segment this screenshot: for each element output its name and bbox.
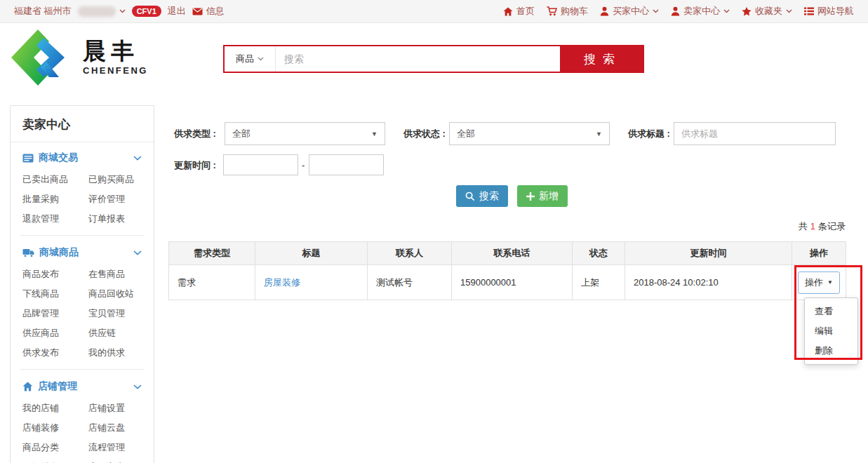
brand-text: 晨丰 CHENFENG — [83, 39, 148, 76]
sidebar-item-bulk-purchase[interactable]: 批量采购 — [22, 193, 88, 206]
sidebar-item-process-management[interactable]: 流程管理 — [88, 441, 142, 454]
sidebar-item-supply-chain[interactable]: 供应链 — [88, 327, 142, 340]
chevron-down-icon — [133, 384, 142, 389]
nav-favorites-label: 收藏夹 — [755, 5, 782, 18]
nav-seller-center-label: 卖家中心 — [683, 5, 720, 18]
column-header-status: 状态 — [573, 242, 625, 265]
sidebar-item-shop-decoration[interactable]: 店铺装修 — [22, 422, 88, 434]
nav-cart-label: 购物车 — [561, 5, 588, 18]
chevron-down-icon — [723, 9, 730, 13]
sidebar-item-goods-category[interactable]: 商品分类 — [22, 441, 88, 454]
sidebar-item-recycle-bin[interactable]: 商品回收站 — [88, 288, 142, 300]
filter-status-value: 全部 — [457, 128, 475, 140]
cell-contact: 测试帐号 — [368, 265, 452, 300]
caret-down-icon: ▼ — [827, 279, 833, 286]
nav-sitemap-label: 网站导航 — [817, 5, 854, 18]
search-bar: 商品 搜索 — [223, 45, 644, 73]
logout-link[interactable]: 退出 — [168, 5, 186, 18]
add-new-button[interactable]: 新增 — [517, 185, 568, 207]
chevron-down-icon — [786, 9, 792, 13]
redacted-username — [78, 6, 116, 17]
filter-time-start-input[interactable] — [223, 154, 298, 175]
table-header-row: 需求类型 标题 联系人 联系电话 状态 更新时间 操作 — [169, 242, 846, 265]
cart-icon — [547, 6, 557, 16]
messages-label: 信息 — [206, 5, 225, 18]
filter-type-value: 全部 — [232, 128, 251, 140]
username-dropdown[interactable] — [78, 6, 126, 17]
filter-time-label: 更新时间 : — [174, 154, 216, 177]
chevron-down-icon — [119, 9, 126, 13]
brand-logo[interactable]: 晨丰 CHENFENG — [10, 28, 148, 87]
sidebar-item-review-management[interactable]: 评价管理 — [88, 193, 142, 206]
search-input[interactable] — [276, 46, 560, 72]
filter-type-select[interactable]: 全部 ▼ — [225, 122, 385, 145]
row-action-button[interactable]: 操作 ▼ — [798, 271, 840, 294]
row-title-link[interactable]: 房屋装修 — [264, 277, 300, 288]
cell-phone: 15900000001 — [452, 265, 573, 300]
add-new-button-label: 新增 — [539, 190, 559, 203]
envelope-icon — [192, 8, 203, 15]
sidebar-section-shop-label: 店铺管理 — [38, 380, 128, 393]
sidebar-item-supply-goods[interactable]: 供应商品 — [22, 327, 88, 340]
sidebar: 卖家中心 商城交易 已卖出商品 已购买商品 批量采购 评价管理 退款管理 订单报… — [10, 105, 154, 463]
filter-time-end-input[interactable] — [309, 154, 384, 175]
topbar-left: 福建省 福州市 CFV1 退出 信息 — [14, 5, 225, 18]
sidebar-item-brand-management[interactable]: 品牌管理 — [22, 307, 88, 320]
sidebar-section-shop[interactable]: 店铺管理 — [11, 371, 154, 399]
column-header-type: 需求类型 — [169, 242, 255, 265]
nav-buyer-center-link[interactable]: 买家中心 — [600, 5, 659, 18]
sidebar-item-my-supply-demand[interactable]: 我的供求 — [88, 347, 142, 359]
sidebar-divider — [20, 235, 145, 236]
nav-cart-link[interactable]: 购物车 — [547, 5, 588, 18]
filter-search-button[interactable]: 搜索 — [456, 185, 508, 207]
sidebar-shop-items: 我的店铺 店铺设置 店铺装修 店铺云盘 商品分类 流程管理 二级域名 店铺文章 … — [11, 399, 154, 463]
sidebar-divider — [20, 369, 145, 370]
sidebar-item-item-management[interactable]: 宝贝管理 — [88, 307, 142, 320]
search-category-label: 商品 — [236, 53, 254, 65]
sidebar-section-goods-label: 商城商品 — [39, 246, 128, 259]
column-header-action: 操作 — [792, 242, 846, 265]
sidebar-item-on-sale-goods[interactable]: 在售商品 — [88, 268, 142, 281]
sidebar-item-purchased-goods[interactable]: 已购买商品 — [88, 173, 142, 186]
brand-logo-icon — [10, 28, 77, 87]
sidebar-section-goods[interactable]: 商城商品 — [11, 237, 154, 265]
filter-time-separator: - — [302, 160, 305, 170]
location-label: 福建省 福州市 — [14, 5, 72, 18]
brand-name-cn: 晨丰 — [83, 39, 148, 62]
column-header-title: 标题 — [255, 242, 368, 265]
sidebar-goods-items: 商品发布 在售商品 下线商品 商品回收站 品牌管理 宝贝管理 供应商品 供应链 … — [11, 265, 154, 368]
search-category-select[interactable]: 商品 — [225, 46, 276, 72]
record-count-prefix: 共 — [799, 221, 808, 232]
sidebar-item-publish-goods[interactable]: 商品发布 — [22, 268, 88, 281]
sidebar-item-sold-goods[interactable]: 已卖出商品 — [22, 173, 88, 186]
sidebar-item-supply-demand-publish[interactable]: 供求发布 — [22, 347, 88, 359]
topbar-right: 首页 购物车 买家中心 卖家中心 收藏夹 — [503, 5, 854, 18]
nav-home-label: 首页 — [516, 5, 535, 18]
messages-link[interactable]: 信息 — [192, 5, 225, 18]
card-icon — [22, 154, 34, 163]
filter-status-select[interactable]: 全部 ▼ — [449, 122, 610, 145]
menu-item-edit[interactable]: 编辑 — [805, 321, 857, 341]
sidebar-item-offline-goods[interactable]: 下线商品 — [22, 288, 88, 300]
menu-item-delete[interactable]: 删除 — [805, 341, 857, 361]
cell-updated: 2018-08-24 10:02:10 — [625, 265, 792, 300]
home-icon — [22, 382, 33, 391]
sidebar-section-trade[interactable]: 商城交易 — [11, 142, 154, 170]
nav-favorites-link[interactable]: 收藏夹 — [742, 5, 792, 18]
nav-home-link[interactable]: 首页 — [503, 5, 535, 18]
sidebar-item-order-report[interactable]: 订单报表 — [88, 213, 142, 225]
record-count: 共1条记录 — [168, 220, 846, 233]
menu-item-view[interactable]: 查看 — [805, 302, 857, 321]
sidebar-item-refund-management[interactable]: 退款管理 — [22, 213, 88, 225]
search-button[interactable]: 搜索 — [560, 46, 643, 72]
cell-title: 房屋装修 — [255, 265, 368, 300]
brand-name-en: CHENFENG — [83, 65, 148, 76]
nav-seller-center-link[interactable]: 卖家中心 — [671, 5, 730, 18]
filter-title-label: 供求标题 : — [628, 122, 670, 145]
filter-title-input[interactable] — [674, 122, 836, 145]
caret-down-icon: ▼ — [371, 130, 378, 137]
sidebar-item-shop-settings[interactable]: 店铺设置 — [88, 402, 142, 415]
nav-sitemap-link[interactable]: 网站导航 — [804, 5, 854, 18]
sidebar-item-my-shop[interactable]: 我的店铺 — [22, 402, 88, 415]
sidebar-item-shop-cloud-disk[interactable]: 店铺云盘 — [88, 422, 142, 434]
